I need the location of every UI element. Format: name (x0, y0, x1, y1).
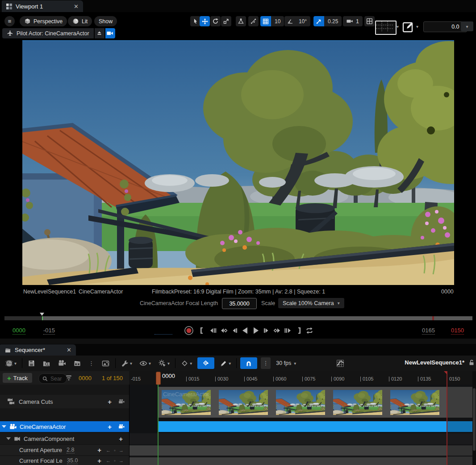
quad-view-button[interactable] (364, 16, 375, 26)
aperture-key-nav[interactable]: ← ◦ → (106, 448, 125, 453)
screen-percentage-button[interactable] (375, 21, 397, 35)
breadcrumb-actor[interactable]: CineCameraActor (79, 289, 123, 295)
add-aperture-key-button[interactable]: + (97, 446, 101, 454)
find-in-content-browser-button[interactable] (41, 357, 52, 369)
curve-editor-button[interactable] (334, 357, 347, 369)
timeline-ruler[interactable]: -015 0015 0030 0045 0060 0075 0090 0105 … (129, 371, 472, 385)
previous-key-button[interactable] (219, 327, 228, 335)
camera-speed-group[interactable]: 1 (343, 16, 363, 26)
pilot-camera-toggle[interactable] (105, 28, 115, 38)
filter-icon[interactable] (65, 375, 72, 381)
add-camera-cut-button[interactable]: + (108, 398, 112, 406)
panel-splitter[interactable] (0, 339, 476, 344)
scrub-playhead-handle[interactable] (40, 313, 44, 316)
rotation-dropdown-button[interactable]: ▾ (461, 21, 473, 31)
sequence-name-label[interactable]: NewLevelSequence1* (404, 359, 464, 366)
expand-arrow-icon[interactable] (6, 437, 11, 440)
transport-time-field[interactable] (154, 334, 172, 335)
play-reverse-button[interactable] (241, 327, 250, 335)
search-input[interactable] (50, 375, 63, 382)
jump-to-start-button[interactable] (198, 327, 207, 335)
track-row-camera-cuts[interactable]: Camera Cuts + (0, 395, 129, 408)
sequencer-playhead[interactable] (156, 372, 161, 385)
scale-tool-button[interactable] (221, 16, 231, 26)
select-tool-button[interactable] (190, 16, 200, 26)
view-options-dropdown[interactable]: ▾ (138, 357, 153, 369)
current-focal-lane[interactable] (129, 457, 472, 465)
grid-snap-group[interactable]: 10 (260, 16, 284, 26)
render-options-ellipsis[interactable]: ⋮ (87, 357, 96, 369)
add-track-section-button[interactable]: + (108, 423, 112, 431)
sequencer-settings-dropdown[interactable]: ▾ (119, 357, 134, 369)
transport-start-frame[interactable]: -015 (43, 327, 55, 335)
rotate-tool-button[interactable] (210, 16, 221, 26)
keyframe-options-dropdown[interactable]: ▾ (179, 357, 194, 369)
camera-lock-icon[interactable] (118, 398, 125, 405)
edit-view-button[interactable] (402, 21, 414, 33)
angle-snap-group[interactable]: 10° (284, 16, 310, 26)
transport-current-frame[interactable]: 0000 (13, 327, 25, 335)
jump-to-end-button[interactable] (294, 327, 303, 335)
close-icon[interactable]: ✕ (74, 3, 79, 10)
record-button[interactable] (184, 326, 194, 335)
step-forward-button[interactable] (262, 327, 271, 335)
tab-viewport[interactable]: Viewport 1 ✕ (2, 0, 83, 12)
current-focal-value[interactable]: 35.0 (67, 457, 78, 464)
step-back-button[interactable] (230, 327, 239, 335)
add-focal-key-button[interactable]: + (97, 457, 101, 465)
viewport-scene[interactable] (22, 40, 454, 285)
lit-dropdown[interactable]: Lit (68, 16, 92, 26)
perspective-dropdown[interactable]: Perspective (20, 16, 67, 26)
sequencer-search[interactable] (38, 373, 67, 384)
current-aperture-lane[interactable] (129, 445, 472, 456)
lock-icon[interactable] (468, 359, 475, 366)
next-key-button[interactable] (273, 327, 282, 335)
loop-playback-button[interactable] (305, 327, 314, 335)
vertical-scrollbar[interactable] (473, 388, 476, 451)
stop-piloting-button[interactable] (95, 28, 104, 38)
render-movie-button[interactable] (71, 357, 83, 369)
save-button[interactable] (26, 357, 37, 369)
cine-camera-track-bar[interactable] (158, 421, 447, 432)
world-dropdown[interactable]: ▾ (4, 357, 18, 369)
viewport-options-button[interactable]: ≡ (4, 16, 15, 26)
camera-component-lane[interactable] (129, 433, 472, 444)
actor-sequence-button[interactable] (100, 357, 112, 369)
track-row-camera-component[interactable]: CameraComponent + (0, 433, 129, 444)
camera-cut-thumbnail[interactable] (276, 390, 325, 415)
track-row-cine-camera-actor[interactable]: CineCameraActor + (0, 421, 129, 432)
viewport-scrub-bar[interactable] (4, 316, 472, 320)
camera-lock-icon[interactable] (118, 423, 125, 430)
expand-arrow-icon[interactable] (2, 425, 6, 428)
scrub-playhead-line[interactable] (42, 316, 43, 320)
previous-frame-button[interactable] (209, 327, 217, 335)
chevron-down-icon[interactable]: ▾ (416, 24, 418, 29)
focal-length-input[interactable] (222, 298, 257, 309)
vertex-snap-button[interactable] (248, 16, 259, 26)
scale-snap-group[interactable]: 0.25 (313, 16, 342, 26)
tab-sequencer[interactable]: Sequencer* ✕ (0, 344, 76, 356)
chevron-down-icon[interactable]: ▾ (397, 24, 399, 29)
sequencer-current-frame[interactable]: 0000 (79, 375, 92, 381)
close-icon[interactable]: ✕ (67, 347, 71, 353)
snapping-toggle[interactable] (240, 357, 257, 369)
breadcrumb-sequence[interactable]: NewLevelSequence1 (23, 289, 76, 295)
snapping-options-ellipsis[interactable]: ⋮ (261, 357, 271, 369)
playback-options-dropdown[interactable]: ▾ (156, 357, 171, 369)
surface-snap-button[interactable] (236, 16, 246, 26)
transport-loop-end-frame[interactable]: 0165 (422, 327, 435, 335)
focal-key-nav[interactable]: ← ◦ → (106, 458, 125, 463)
fps-dropdown[interactable]: 30 fps ▾ (274, 357, 298, 369)
move-tool-button[interactable] (200, 16, 210, 26)
camera-cut-thumbnail[interactable] (219, 390, 268, 415)
camera-cut-thumbnail[interactable] (333, 390, 382, 415)
add-track-button[interactable]: + Track (3, 373, 32, 383)
scale-dropdown[interactable]: Scale 100% Camera ▾ (278, 298, 344, 308)
transport-end-frame[interactable]: 0150 (451, 327, 464, 335)
play-button[interactable] (251, 327, 260, 335)
track-row-current-focal[interactable]: Current Focal Len 35.0 + ← ◦ → (0, 456, 129, 465)
auto-key-button[interactable] (197, 357, 214, 369)
camera-cut-thumbnail[interactable] (390, 390, 439, 415)
create-camera-button[interactable] (56, 357, 68, 369)
track-area[interactable]: CineCameraActor (129, 385, 476, 465)
